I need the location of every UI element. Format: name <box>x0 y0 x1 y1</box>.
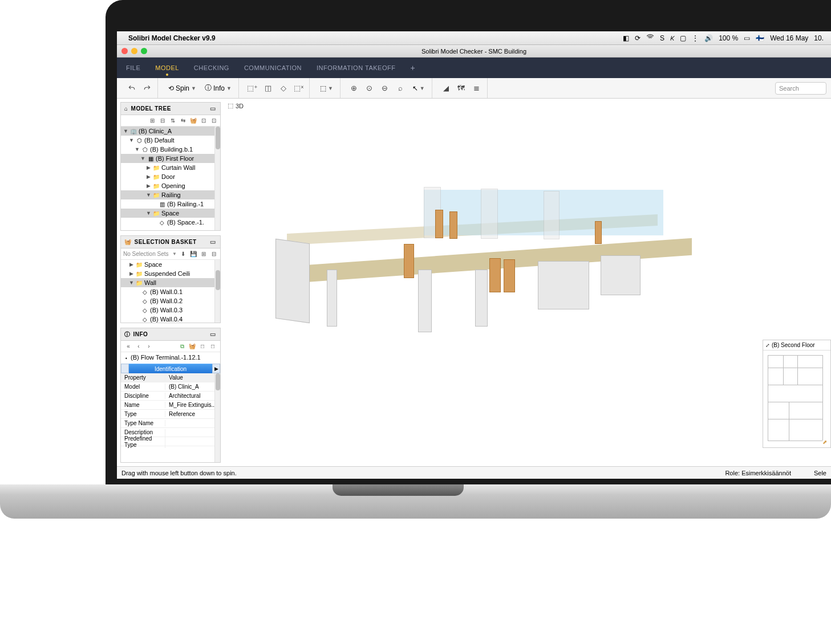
tree-row[interactable]: ▼▦(B) First Floor <box>121 154 220 163</box>
tree-tool-basket[interactable]: 🧺 <box>189 116 197 125</box>
list-item[interactable]: ▶📁Space <box>121 260 220 269</box>
menubar-battery-icon[interactable]: ▭ <box>744 34 750 42</box>
menubar-wifi-icon[interactable] <box>646 33 654 43</box>
info-copy-button[interactable]: □ <box>198 343 206 350</box>
list-item[interactable]: ◇(B) Wall.0.2 <box>121 296 220 305</box>
menubar-k-icon[interactable]: 𝘒 <box>670 34 674 42</box>
toolbar: ⟲ Spin ▼ ⓘ Info ▼ ⬚⁺ ◫ ◇ ⬚ˣ ⬚ ▼ <box>117 78 831 99</box>
select-dropdown[interactable]: ↖ ▼ <box>409 81 428 95</box>
table-row[interactable]: Predefined Type <box>121 437 220 446</box>
table-row[interactable]: Model(B) Clinic_A <box>121 382 220 392</box>
tree-tool-6[interactable]: ⊡ <box>199 116 208 125</box>
zoom-in-button[interactable]: ⊕ <box>347 81 361 95</box>
redo-button[interactable] <box>140 81 154 95</box>
tree-row[interactable]: ▥(B) Railing.-1 <box>121 199 220 209</box>
menubar-display-icon[interactable]: ▢ <box>680 34 686 42</box>
list-item[interactable]: ◇(B) Wall.0.3 <box>121 305 220 315</box>
basket-load-button[interactable]: ⬇ <box>179 250 187 258</box>
basket-tool-4[interactable]: ⊟ <box>209 250 218 258</box>
section-prev-button[interactable] <box>121 364 129 373</box>
tree-tool-7[interactable]: ⊡ <box>209 116 218 125</box>
tree-row[interactable]: ▶📁Curtain Wall <box>121 163 220 172</box>
zoom-window-button[interactable] <box>141 48 147 54</box>
tab-checking[interactable]: CHECKING <box>194 64 229 71</box>
list-item[interactable]: ▶📁Suspended Ceili <box>121 269 220 278</box>
add-tab-button[interactable]: + <box>410 63 415 72</box>
menubar-updates-icon[interactable]: ⋮ <box>692 34 699 42</box>
expand-icon[interactable]: ⤢ <box>765 343 770 348</box>
section-next-button[interactable]: ▶ <box>212 364 220 373</box>
tree-tool-3[interactable]: ⇅ <box>168 116 177 125</box>
map-button[interactable]: 🗺 <box>455 81 468 95</box>
box-remove-button[interactable]: ⬚ˣ <box>292 81 306 95</box>
cube-dropdown[interactable]: ⬚ ▼ <box>317 81 337 95</box>
table-row: PropertyValue <box>121 373 220 382</box>
table-row[interactable]: NameM_Fire Extinguis... <box>121 401 220 410</box>
menubar-record-icon[interactable]: ◧ <box>623 34 629 42</box>
list-item[interactable]: ▼📁Wall <box>121 278 220 287</box>
macos-app-name[interactable]: Solibri Model Checker v9.9 <box>128 34 216 42</box>
viewport-title: 3D <box>236 103 244 109</box>
list-item[interactable]: ◇(B) Wall.0.1 <box>121 287 220 296</box>
menubar-volume-icon[interactable]: 🔊 <box>704 34 713 42</box>
info-first-button[interactable]: « <box>124 343 132 350</box>
tree-row[interactable]: ▼⬠(B) Building.b.1 <box>121 145 220 154</box>
box-add-button[interactable]: ⬚⁺ <box>246 81 260 95</box>
info-prev-button[interactable]: ‹ <box>135 343 143 350</box>
tree-row[interactable]: ▶📁Opening <box>121 181 220 190</box>
undo-button[interactable] <box>125 81 139 95</box>
tree-tool-1[interactable]: ⊞ <box>148 116 156 125</box>
panel-menu-button[interactable]: ▭ <box>209 238 217 246</box>
table-row[interactable]: Type Name <box>121 419 220 428</box>
section-button[interactable]: ◢ <box>439 81 453 95</box>
info-dropdown[interactable]: ⓘ Info ▼ <box>201 81 235 95</box>
tree-row[interactable]: ▶📁Door <box>121 172 220 181</box>
table-row[interactable]: DisciplineArchitectural <box>121 392 220 401</box>
tree-tool-2[interactable]: ⊟ <box>158 116 167 125</box>
box-transparent-button[interactable]: ◫ <box>261 81 275 95</box>
zoom-window-button[interactable]: ⌕ <box>394 81 407 95</box>
search-input[interactable]: Search <box>775 82 826 95</box>
minimize-window-button[interactable] <box>131 48 137 54</box>
menubar-sync-icon[interactable]: ⟳ <box>635 34 641 42</box>
close-window-button[interactable] <box>121 48 128 54</box>
menubar-date[interactable]: Wed 16 May <box>770 34 808 42</box>
basket-save-button[interactable]: 💾 <box>189 250 197 258</box>
tab-information-takeoff[interactable]: INFORMATION TAKEOFF <box>317 64 395 71</box>
tab-model[interactable]: MODEL <box>155 64 179 71</box>
list-item[interactable]: ◇(B) Wall.0.4 <box>121 315 220 323</box>
spin-dropdown[interactable]: ⟲ Spin ▼ <box>165 81 200 95</box>
tab-communication[interactable]: COMMUNICATION <box>244 64 302 71</box>
tab-file[interactable]: FILE <box>126 64 140 71</box>
minimap[interactable]: ⤢ (B) Second Floor <box>763 340 831 448</box>
table-row[interactable]: TypeReference <box>121 410 220 419</box>
menubar-s-icon[interactable]: S <box>660 34 664 42</box>
basket-tool-3[interactable]: ⊞ <box>199 250 208 258</box>
tree-tool-4[interactable]: ⇆ <box>179 116 187 125</box>
tree-row[interactable]: ▼📁Railing <box>121 190 220 199</box>
info-section-label[interactable]: Identification <box>129 364 212 373</box>
tree-row[interactable]: ▼🏢(B) Clinic_A <box>121 127 220 136</box>
zoom-out-button[interactable]: ⊖ <box>378 81 392 95</box>
panel-menu-button[interactable]: ▭ <box>209 105 217 113</box>
info-paste-button[interactable]: □ <box>209 343 217 350</box>
titlebar[interactable]: Solibri Model Checker - SMC Building <box>117 45 831 58</box>
zoom-fit-button[interactable]: ⊙ <box>363 81 376 95</box>
spin-icon: ⟲ <box>168 84 174 92</box>
panel-menu-button[interactable]: ▭ <box>209 331 217 339</box>
info-link-button[interactable]: ⧉ <box>178 343 186 350</box>
building-model[interactable] <box>258 184 797 355</box>
viewport-3d[interactable]: ⬚ 3D <box>224 99 831 466</box>
box-hide-button[interactable]: ◇ <box>277 81 290 95</box>
info-basket-button[interactable]: 🧺 <box>188 343 196 350</box>
selection-set-dropdown[interactable]: No Selection Sets <box>123 251 171 257</box>
menubar-time: 10. <box>814 34 824 42</box>
menubar-flag-icon[interactable]: 🇫🇮 <box>756 34 764 42</box>
tree-row[interactable]: ◇(B) Space.-1. <box>121 218 220 227</box>
tree-row[interactable]: ▼📁Space <box>121 209 220 218</box>
info-next-button[interactable]: › <box>145 343 153 350</box>
selection-basket-panel: 🧺 SELECTION BASKET ▭ No Selection Sets ▼… <box>120 235 221 323</box>
tree-row[interactable]: ▼⬡(B) Default <box>121 136 220 145</box>
floorplan[interactable]: ⬈ <box>763 350 830 447</box>
layers-button[interactable]: ≣ <box>470 81 484 95</box>
